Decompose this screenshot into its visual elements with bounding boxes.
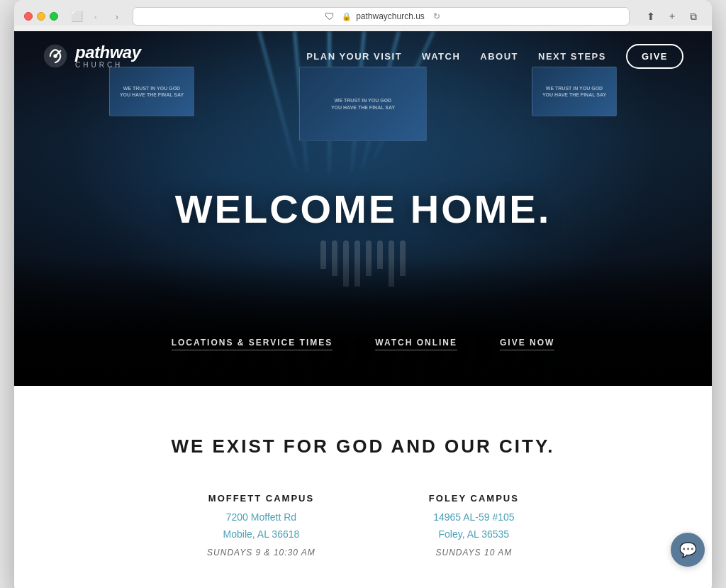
nav-next-steps[interactable]: NEXT STEPS (538, 51, 606, 62)
about-section: WE EXIST FOR GOD AND OUR CITY. MOFFETT C… (14, 386, 712, 588)
cta-give-now[interactable]: GIVE NOW (500, 338, 554, 350)
pathway-logo-icon (43, 43, 68, 69)
campus-moffett-street: 7200 Moffett Rd (207, 509, 315, 526)
campus-foley-address[interactable]: 14965 AL-59 #105 Foley, AL 36535 (429, 509, 519, 543)
logo-name: pathway (75, 44, 141, 61)
campus-moffett: MOFFETT CAMPUS 7200 Moffett Rd Mobile, A… (207, 493, 315, 558)
campuses-list: MOFFETT CAMPUS 7200 Moffett Rd Mobile, A… (43, 493, 683, 558)
url-text: pathwaychurch.us (356, 11, 425, 21)
hero-title: WELCOME HOME. (175, 186, 552, 232)
logo[interactable]: pathway CHURCH (43, 43, 141, 69)
toolbar-actions: ⬆ ＋ ⧉ (642, 8, 702, 25)
share-icon[interactable]: ⬆ (642, 8, 659, 25)
new-tab-icon[interactable]: ＋ (664, 8, 681, 25)
chat-icon: 💬 (679, 541, 697, 558)
give-button[interactable]: GIVE (626, 44, 683, 69)
sidebar-toggle-icon[interactable]: ⬜ (71, 11, 83, 22)
navigation: pathway CHURCH PLAN YOUR VISIT WATCH ABO… (14, 31, 712, 81)
back-button[interactable]: ‹ (87, 8, 104, 25)
cta-locations[interactable]: LOCATIONS & SERVICE TIMES (172, 338, 333, 350)
campus-moffett-city: Mobile, AL 36618 (207, 526, 315, 543)
campus-foley-name: FOLEY CAMPUS (429, 493, 519, 504)
nav-plan-your-visit[interactable]: PLAN YOUR VISIT (306, 51, 402, 62)
hero-section: WE TRUST IN YOU GODYOU HAVE THE FINAL SA… (14, 31, 712, 386)
shield-icon: 🛡 (325, 11, 335, 22)
close-button[interactable] (24, 12, 33, 21)
campus-foley: FOLEY CAMPUS 14965 AL-59 #105 Foley, AL … (429, 493, 519, 558)
screen-center-text: WE TRUST IN YOU GODYOU HAVE THE FINAL SA… (331, 97, 395, 110)
svg-point-1 (53, 54, 57, 57)
campus-moffett-address[interactable]: 7200 Moffett Rd Mobile, AL 36618 (207, 509, 315, 543)
fullscreen-button[interactable] (50, 12, 58, 21)
nav-about[interactable]: ABOUT (480, 51, 518, 62)
campus-moffett-times: SUNDAYS 9 & 10:30 AM (207, 548, 315, 558)
logo-text: pathway CHURCH (75, 44, 141, 69)
minimize-button[interactable] (37, 12, 45, 21)
cta-watch-online[interactable]: WATCH ONLINE (375, 338, 457, 350)
window-controls: ⬜ ‹ › (71, 8, 125, 25)
screen-left-text: WE TRUST IN YOU GODYOU HAVE THE FINAL SA… (120, 85, 184, 98)
logo-subtitle: CHURCH (75, 62, 141, 69)
audience-area (14, 258, 712, 386)
forward-button[interactable]: › (108, 8, 125, 25)
lock-icon: 🔒 (342, 12, 352, 21)
campus-foley-street: 14965 AL-59 #105 (429, 509, 519, 526)
tabs-icon[interactable]: ⧉ (685, 8, 702, 25)
website: WE TRUST IN YOU GODYOU HAVE THE FINAL SA… (14, 31, 712, 588)
address-bar[interactable]: 🛡 🔒 pathwaychurch.us ↻ (133, 7, 630, 26)
nav-watch[interactable]: WATCH (422, 51, 460, 62)
browser-chrome: ⬜ ‹ › 🛡 🔒 pathwaychurch.us ↻ ⬆ ＋ ⧉ (14, 0, 712, 26)
campus-foley-times: SUNDAYS 10 AM (429, 548, 519, 558)
traffic-lights (24, 12, 58, 21)
campus-moffett-name: MOFFETT CAMPUS (207, 493, 315, 504)
campus-foley-city: Foley, AL 36535 (429, 526, 519, 543)
browser-window: ⬜ ‹ › 🛡 🔒 pathwaychurch.us ↻ ⬆ ＋ ⧉ (14, 0, 712, 588)
reload-icon[interactable]: ↻ (433, 11, 440, 21)
browser-titlebar: ⬜ ‹ › 🛡 🔒 pathwaychurch.us ↻ ⬆ ＋ ⧉ (24, 7, 702, 26)
hero-cta-links: LOCATIONS & SERVICE TIMES WATCH ONLINE G… (14, 338, 712, 350)
chat-bubble-button[interactable]: 💬 (671, 533, 705, 567)
screen-right-text: WE TRUST IN YOU GODYOU HAVE THE FINAL SA… (542, 85, 606, 98)
hero-content: WELCOME HOME. (175, 186, 552, 232)
about-tagline: WE EXIST FOR GOD AND OUR CITY. (43, 436, 683, 457)
nav-links: PLAN YOUR VISIT WATCH ABOUT NEXT STEPS G… (306, 44, 683, 69)
